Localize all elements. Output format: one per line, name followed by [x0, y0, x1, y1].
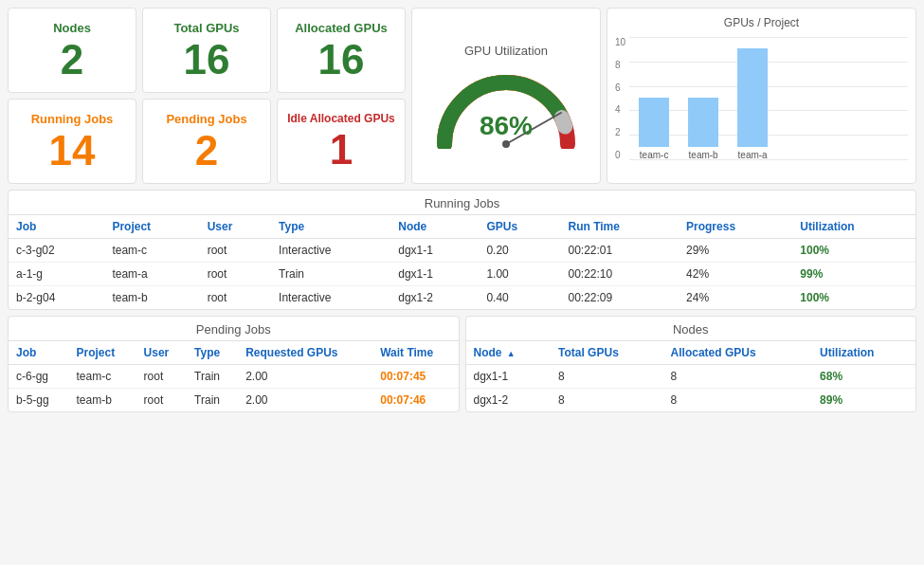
node-cell: dgx1-2 [466, 389, 552, 412]
gauge-title: GPU Utilization [464, 44, 548, 58]
gauge-container: 86% [430, 64, 582, 149]
node-cell: dgx1-1 [466, 365, 552, 389]
table-row: c-6-gg team-c root Train 2.00 00:07:45 [9, 365, 459, 389]
bottom-row: Pending Jobs Job Project User Type Reque… [8, 316, 916, 412]
node-cell: dgx1-2 [390, 286, 479, 310]
col-allocated-gpus: Allocated GPUs [663, 341, 813, 365]
pending-jobs-panel: Pending Jobs Job Project User Type Reque… [8, 316, 460, 412]
col-type: Type [271, 215, 390, 239]
col-job: Job [9, 215, 104, 239]
sort-icon: ▲ [507, 349, 516, 358]
col-progress: Progress [679, 215, 792, 239]
user-cell: root [136, 389, 188, 412]
stat-card-running-jobs: Running Jobs 14 [8, 99, 136, 184]
nodes-panel: Nodes Node ▲ Total GPUs Allocated GPUs U… [465, 316, 917, 412]
utilization-cell: 100% [792, 286, 915, 310]
stat-card-allocated-gpus: Allocated GPUs 16 [277, 8, 406, 93]
table-row: b-2-g04 team-b root Interactive dgx1-2 0… [9, 286, 915, 310]
dashboard: Nodes 2 Total GPUs 16 Allocated GPUs 16 … [0, 0, 924, 420]
gpus-cell: 0.20 [479, 239, 560, 263]
utilization-cell: 89% [812, 389, 915, 412]
progress-cell: 29% [679, 239, 792, 263]
requested-gpus-cell: 2.00 [238, 389, 372, 412]
type-cell: Train [187, 365, 238, 389]
col-project: Project [69, 341, 136, 365]
allocated-gpus-value: 16 [318, 39, 365, 81]
col-wait-time: Wait Time [372, 341, 458, 365]
run-time-cell: 00:22:10 [560, 263, 679, 286]
col-node: Node [390, 215, 479, 239]
svg-point-1 [502, 140, 510, 148]
table-row: b-5-gg team-b root Train 2.00 00:07:46 [9, 389, 459, 412]
node-cell: dgx1-1 [390, 239, 479, 263]
col-requested-gpus: Requested GPUs [238, 341, 372, 365]
pending-jobs-label: Pending Jobs [166, 112, 246, 126]
user-cell: root [200, 286, 271, 310]
job-cell: b-5-gg [9, 389, 69, 412]
gpus-cell: 1.00 [479, 263, 560, 286]
utilization-cell: 100% [792, 239, 915, 263]
stat-card-pending-jobs: Pending Jobs 2 [142, 99, 271, 184]
job-cell: a-1-g [9, 263, 104, 286]
y-label-0: 0 [615, 150, 625, 160]
job-cell: b-2-g04 [9, 286, 104, 310]
total-gpus-label: Total GPUs [173, 21, 239, 35]
col-gpus: GPUs [479, 215, 560, 239]
allocated-gpus-cell: 8 [663, 389, 813, 412]
type-cell: Interactive [271, 286, 390, 310]
bar-rect-team-b [688, 98, 718, 147]
type-cell: Train [187, 389, 238, 412]
table-row: a-1-g team-a root Train dgx1-1 1.00 00:2… [9, 263, 915, 286]
bar-rect-team-c [639, 98, 669, 147]
nodes-table: Node ▲ Total GPUs Allocated GPUs Utiliza… [466, 341, 916, 411]
y-label-2: 2 [615, 127, 625, 137]
gauge-panel: GPU Utilization 86% [411, 8, 601, 184]
utilization-cell: 68% [812, 365, 915, 389]
col-node: Node ▲ [466, 341, 552, 365]
col-total-gpus: Total GPUs [551, 341, 663, 365]
allocated-gpus-cell: 8 [663, 365, 813, 389]
col-utilization: Utilization [792, 215, 915, 239]
running-jobs-label: Running Jobs [31, 112, 114, 126]
run-time-cell: 00:22:09 [560, 286, 679, 310]
total-gpus-cell: 8 [551, 365, 663, 389]
project-cell: team-c [104, 239, 199, 263]
progress-cell: 42% [679, 263, 792, 286]
project-cell: team-b [69, 389, 136, 412]
job-cell: c-3-g02 [9, 239, 104, 263]
bar-team-c: team-c [639, 37, 669, 160]
stat-card-nodes: Nodes 2 [8, 8, 136, 93]
user-cell: root [136, 365, 188, 389]
bar-team-a: team-a [737, 37, 768, 160]
bar-label-team-b: team-b [689, 150, 718, 160]
idle-gpus-value: 1 [330, 129, 353, 171]
stat-card-total-gpus: Total GPUs 16 [142, 8, 271, 93]
bar-chart-panel: GPUs / Project 0 2 4 6 8 10 [607, 8, 916, 184]
wait-time-cell: 00:07:45 [372, 365, 458, 389]
col-utilization: Utilization [812, 341, 915, 365]
wait-time-cell: 00:07:46 [372, 389, 458, 412]
job-cell: c-6-gg [9, 365, 69, 389]
user-cell: root [200, 263, 271, 286]
stat-cards: Nodes 2 Total GPUs 16 Allocated GPUs 16 … [8, 8, 406, 184]
table-row: dgx1-2 8 8 89% [466, 389, 916, 412]
pending-jobs-value: 2 [195, 130, 218, 172]
pending-jobs-header: Job Project User Type Requested GPUs Wai… [9, 341, 459, 365]
node-cell: dgx1-1 [390, 263, 479, 286]
bar-label-team-c: team-c [640, 150, 669, 160]
project-cell: team-a [104, 263, 199, 286]
y-label-10: 10 [615, 37, 625, 47]
gpus-cell: 0.40 [479, 286, 560, 310]
gauge-percent: 86% [430, 111, 582, 141]
running-jobs-value: 14 [49, 130, 96, 172]
pending-jobs-table: Job Project User Type Requested GPUs Wai… [9, 341, 459, 411]
requested-gpus-cell: 2.00 [238, 365, 372, 389]
bar-chart-title: GPUs / Project [615, 16, 908, 29]
col-user: User [200, 215, 271, 239]
bar-label-team-a: team-a [738, 150, 768, 160]
col-job: Job [9, 341, 69, 365]
total-gpus-cell: 8 [551, 389, 663, 412]
nodes-label: Nodes [53, 21, 91, 35]
pending-jobs-title: Pending Jobs [9, 317, 459, 341]
col-type: Type [187, 341, 238, 365]
